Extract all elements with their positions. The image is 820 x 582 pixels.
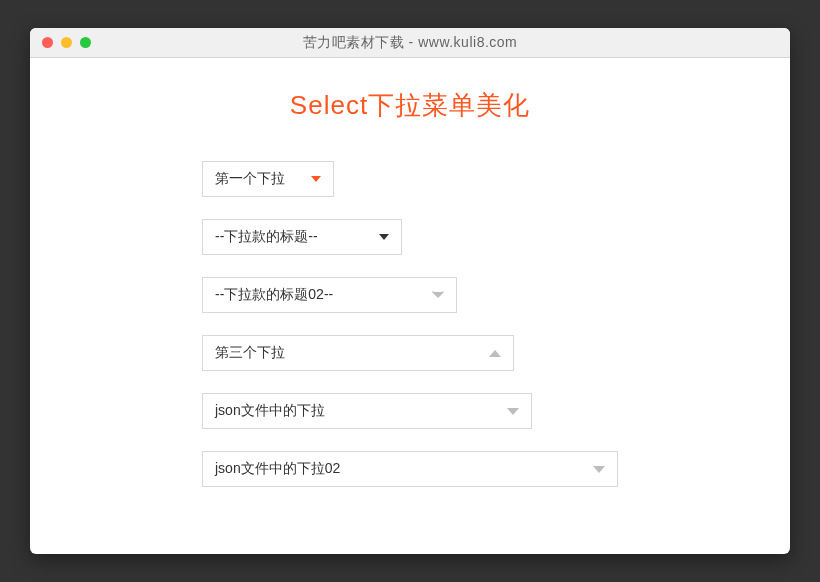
caret-down-icon	[593, 466, 605, 473]
select-3[interactable]: --下拉款的标题02--	[202, 277, 457, 313]
traffic-lights	[42, 37, 91, 48]
select-2[interactable]: --下拉款的标题--	[202, 219, 402, 255]
select-6[interactable]: json文件中的下拉02	[202, 451, 618, 487]
titlebar: 苦力吧素材下载 - www.kuli8.com	[30, 28, 790, 58]
app-window: 苦力吧素材下载 - www.kuli8.com Select下拉菜单美化 第一个…	[30, 28, 790, 554]
caret-down-icon	[507, 408, 519, 415]
close-icon[interactable]	[42, 37, 53, 48]
caret-down-icon	[379, 234, 389, 240]
select-5[interactable]: json文件中的下拉	[202, 393, 532, 429]
select-list: 第一个下拉 --下拉款的标题-- --下拉款的标题02-- 第三个下拉	[202, 161, 618, 487]
window-title: 苦力吧素材下载 - www.kuli8.com	[30, 34, 790, 52]
maximize-icon[interactable]	[80, 37, 91, 48]
select-4[interactable]: 第三个下拉	[202, 335, 514, 371]
select-value: 第三个下拉	[215, 344, 285, 362]
select-value: --下拉款的标题02--	[215, 286, 333, 304]
chevron-down-icon	[432, 291, 444, 299]
select-value: json文件中的下拉02	[215, 460, 340, 478]
caret-down-icon	[311, 176, 321, 182]
select-1[interactable]: 第一个下拉	[202, 161, 334, 197]
select-value: 第一个下拉	[215, 170, 285, 188]
minimize-icon[interactable]	[61, 37, 72, 48]
caret-up-icon	[489, 350, 501, 357]
select-value: --下拉款的标题--	[215, 228, 318, 246]
content-area: Select下拉菜单美化 第一个下拉 --下拉款的标题-- --下拉款的标题02…	[30, 58, 790, 554]
select-value: json文件中的下拉	[215, 402, 325, 420]
page-title: Select下拉菜单美化	[290, 88, 530, 123]
